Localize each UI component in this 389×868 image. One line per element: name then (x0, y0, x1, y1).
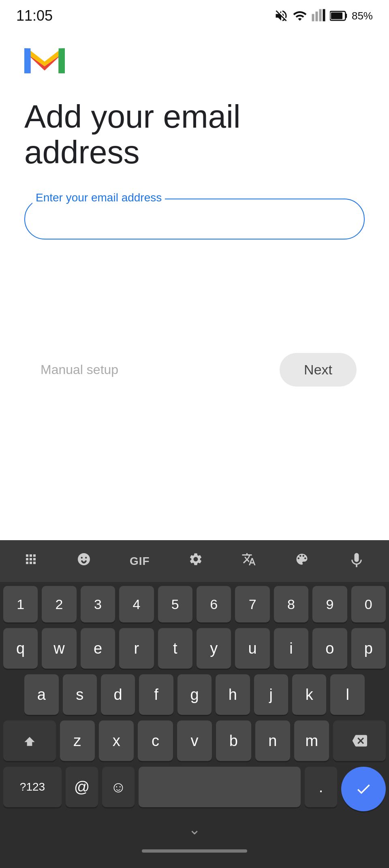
key-q[interactable]: q (3, 628, 38, 669)
period-key[interactable]: . (305, 767, 337, 807)
key-o[interactable]: o (312, 628, 347, 669)
key-4[interactable]: 4 (119, 586, 154, 622)
key-9[interactable]: 9 (312, 586, 347, 622)
keyboard-toolbar: GIF (0, 540, 389, 582)
battery-percent: 85% (352, 10, 373, 22)
key-e[interactable]: e (81, 628, 115, 669)
key-a[interactable]: a (24, 674, 58, 715)
keyboard-translate-button[interactable] (235, 548, 262, 574)
key-j[interactable]: j (254, 674, 288, 715)
symbol-key[interactable]: ?123 (3, 767, 62, 807)
backspace-key[interactable] (333, 720, 386, 761)
at-key[interactable]: @ (66, 767, 98, 807)
key-v[interactable]: v (177, 720, 212, 761)
zxcv-row: z x c v b n m (3, 720, 386, 761)
key-c[interactable]: c (138, 720, 173, 761)
key-5[interactable]: 5 (158, 586, 192, 622)
svg-rect-1 (331, 13, 342, 19)
keyboard-sticker-button[interactable] (71, 548, 97, 574)
key-6[interactable]: 6 (197, 586, 231, 622)
keyboard-settings-button[interactable] (182, 548, 209, 574)
key-l[interactable]: l (330, 674, 364, 715)
key-s[interactable]: s (63, 674, 97, 715)
key-f[interactable]: f (139, 674, 173, 715)
status-time: 11:05 (16, 7, 53, 24)
key-x[interactable]: x (99, 720, 134, 761)
key-7[interactable]: 7 (235, 586, 269, 622)
key-g[interactable]: g (177, 674, 212, 715)
keyboard-rows: 1 2 3 4 5 6 7 8 9 0 q w e r t y u i o p … (0, 582, 389, 811)
manual-setup-button[interactable]: Manual setup (32, 354, 126, 385)
wifi-icon (293, 9, 307, 23)
battery-icon (330, 9, 348, 23)
key-2[interactable]: 2 (42, 586, 76, 622)
keyboard-apps-button[interactable] (17, 548, 44, 574)
key-n[interactable]: n (255, 720, 290, 761)
key-y[interactable]: y (197, 628, 231, 669)
keyboard-hide-arrow[interactable]: ⌄ (0, 817, 389, 842)
key-u[interactable]: u (235, 628, 269, 669)
shift-key[interactable] (3, 720, 56, 761)
key-i[interactable]: i (274, 628, 308, 669)
keyboard-gif-button[interactable]: GIF (124, 551, 156, 572)
key-d[interactable]: d (101, 674, 135, 715)
page-title: Add your email address (24, 99, 365, 170)
email-input-label: Enter your email address (32, 191, 165, 204)
status-bar: 11:05 85% (0, 0, 389, 28)
key-8[interactable]: 8 (274, 586, 308, 622)
key-p[interactable]: p (351, 628, 386, 669)
key-z[interactable]: z (60, 720, 95, 761)
nav-bar-line (142, 849, 247, 853)
gmail-logo (24, 45, 65, 77)
keyboard-mic-button[interactable] (342, 547, 372, 575)
signal-icon (311, 9, 326, 23)
next-button[interactable]: Next (280, 353, 357, 387)
app-content: Add your email address Enter your email … (0, 28, 389, 399)
key-3[interactable]: 3 (81, 586, 115, 622)
key-m[interactable]: m (294, 720, 329, 761)
enter-key[interactable] (341, 767, 386, 811)
mute-icon (274, 9, 289, 23)
key-t[interactable]: t (158, 628, 192, 669)
nav-bar (0, 842, 389, 860)
action-row: Manual setup Next (24, 341, 365, 399)
bottom-row: ?123 @ ☺ . (3, 767, 386, 811)
key-k[interactable]: k (292, 674, 326, 715)
keyboard-theme-button[interactable] (289, 548, 315, 574)
emoji-key[interactable]: ☺ (102, 767, 135, 807)
keyboard: GIF 1 2 3 (0, 540, 389, 868)
space-key[interactable] (139, 767, 301, 807)
qwerty-row: q w e r t y u i o p (3, 628, 386, 669)
key-0[interactable]: 0 (351, 586, 386, 622)
email-input-wrapper: Enter your email address (24, 199, 365, 239)
status-icons: 85% (274, 9, 373, 23)
email-input[interactable] (24, 199, 365, 239)
number-row: 1 2 3 4 5 6 7 8 9 0 (3, 586, 386, 622)
key-h[interactable]: h (216, 674, 250, 715)
key-w[interactable]: w (42, 628, 76, 669)
asdf-row: a s d f g h j k l (3, 674, 386, 715)
key-b[interactable]: b (216, 720, 251, 761)
key-1[interactable]: 1 (3, 586, 38, 622)
key-r[interactable]: r (119, 628, 154, 669)
